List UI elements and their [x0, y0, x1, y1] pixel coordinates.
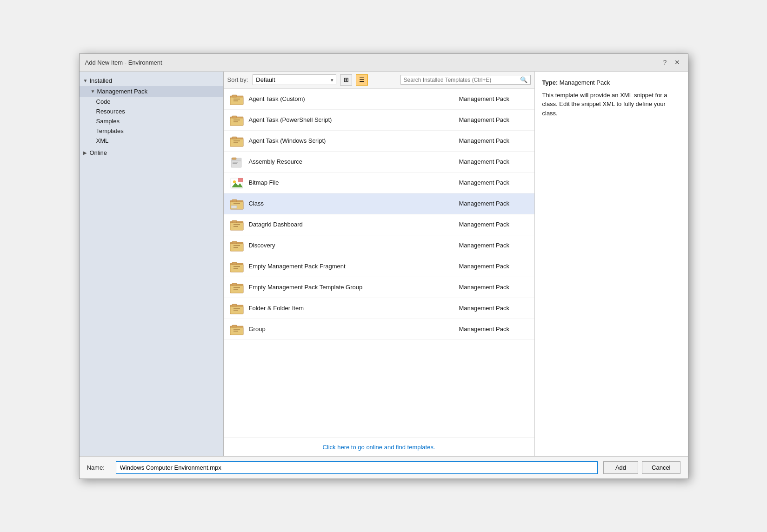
installed-arrow: ▼	[83, 78, 89, 83]
item-name: Group	[249, 326, 459, 332]
add-new-item-dialog: Add New Item - Environment ? ✕ ▼ Install…	[79, 53, 688, 479]
sidebar-online[interactable]: ▶ Online	[80, 147, 223, 158]
help-button[interactable]: ?	[660, 57, 670, 67]
list-item[interactable]: Empty Management Pack Template Group Man…	[224, 277, 534, 298]
list-item[interactable]: Assembly Resource Management Pack	[224, 152, 534, 173]
sort-select[interactable]: Default Name Type	[253, 74, 336, 85]
svg-rect-58	[233, 331, 238, 332]
svg-rect-27	[231, 206, 237, 208]
grid-view-button[interactable]: ⊞	[340, 74, 352, 86]
item-list: Agent Task (Custom) Management Pack	[224, 89, 534, 438]
item-type: Management Pack	[459, 284, 529, 291]
item-icon	[229, 113, 244, 127]
item-name: Agent Task (Custom)	[249, 95, 459, 102]
type-value: Management Pack	[560, 79, 610, 86]
list-item[interactable]: Agent Task (Windows Script) Management P…	[224, 131, 534, 152]
svg-rect-8	[233, 120, 240, 120]
xml-label: XML	[96, 137, 109, 144]
list-item[interactable]: Agent Task (Custom) Management Pack	[224, 89, 534, 110]
svg-rect-33	[233, 226, 238, 227]
samples-label: Samples	[96, 118, 120, 125]
item-icon	[229, 175, 244, 190]
list-item[interactable]: Empty Management Pack Fragment Managemen…	[224, 256, 534, 277]
add-button[interactable]: Add	[603, 461, 638, 474]
svg-rect-36	[232, 241, 237, 244]
svg-rect-18	[233, 162, 238, 163]
svg-rect-41	[232, 262, 237, 265]
svg-rect-2	[232, 95, 237, 97]
svg-rect-3	[233, 99, 240, 100]
type-label-text: Type:	[542, 79, 558, 86]
item-name: Empty Management Pack Template Group	[249, 284, 459, 291]
svg-rect-26	[232, 200, 237, 202]
svg-rect-52	[233, 308, 240, 309]
sidebar-child-templates[interactable]: Templates	[80, 126, 223, 136]
title-bar-controls: ? ✕	[660, 57, 682, 67]
svg-rect-9	[233, 121, 238, 122]
svg-rect-31	[232, 220, 237, 223]
item-icon	[229, 92, 244, 106]
item-icon	[229, 196, 244, 211]
list-item[interactable]: Folder & Folder Item Management Pack	[224, 298, 534, 319]
search-icon: 🔍	[520, 76, 527, 83]
installed-label: Installed	[90, 77, 112, 84]
online-link-section: Click here to go online and find templat…	[224, 438, 534, 456]
online-link[interactable]: Click here to go online and find templat…	[322, 444, 435, 451]
templates-label: Templates	[96, 127, 124, 134]
dialog-title: Add New Item - Environment	[85, 59, 162, 66]
svg-rect-16	[231, 160, 241, 161]
list-item[interactable]: Class Management Pack	[224, 193, 534, 214]
grid-view-icon: ⊞	[344, 76, 349, 83]
list-item[interactable]: Group Management Pack	[224, 319, 534, 340]
list-item[interactable]: Bitmap File Management Pack	[224, 173, 534, 193]
list-item[interactable]: Discovery Management Pack	[224, 235, 534, 256]
item-icon	[229, 217, 244, 232]
item-icon	[229, 280, 244, 295]
sort-by-label: Sort by:	[227, 76, 248, 83]
action-buttons: Add Cancel	[603, 461, 680, 474]
item-icon	[229, 259, 244, 274]
online-label: Online	[90, 149, 107, 156]
svg-rect-17	[232, 158, 236, 160]
item-type: Management Pack	[459, 179, 529, 186]
resources-label: Resources	[96, 108, 125, 115]
sidebar-installed[interactable]: ▼ Installed	[80, 75, 223, 86]
toolbar: Sort by: Default Name Type ⊞ ☰	[224, 72, 534, 89]
name-input[interactable]	[116, 461, 598, 474]
sidebar-child-code[interactable]: Code	[80, 97, 223, 106]
item-type: Management Pack	[459, 221, 529, 228]
type-description: This template will provide an XML snippe…	[542, 91, 680, 118]
sidebar-child-samples[interactable]: Samples	[80, 116, 223, 126]
svg-rect-12	[232, 137, 237, 139]
item-icon	[229, 154, 244, 169]
sidebar-management-pack[interactable]: ▼ Management Pack	[80, 86, 223, 97]
close-button[interactable]: ✕	[672, 57, 682, 67]
item-name: Class	[249, 200, 459, 207]
item-name: Folder & Folder Item	[249, 305, 459, 312]
item-name: Bitmap File	[249, 179, 459, 186]
list-view-button[interactable]: ☰	[356, 74, 368, 86]
item-type: Management Pack	[459, 137, 529, 144]
sidebar-child-resources[interactable]: Resources	[80, 106, 223, 116]
mp-arrow: ▼	[91, 89, 96, 94]
svg-rect-38	[233, 247, 238, 248]
svg-rect-14	[233, 142, 238, 143]
svg-rect-43	[233, 268, 238, 269]
item-name: Datagrid Dashboard	[249, 221, 459, 228]
list-item[interactable]: Datagrid Dashboard Management Pack	[224, 214, 534, 235]
sidebar-child-xml[interactable]: XML	[80, 136, 223, 146]
svg-rect-7	[232, 116, 237, 118]
svg-rect-37	[233, 245, 240, 246]
item-icon	[229, 238, 244, 253]
main-content: Sort by: Default Name Type ⊞ ☰	[224, 72, 534, 456]
list-view-icon: ☰	[359, 76, 365, 83]
svg-rect-13	[233, 140, 240, 141]
svg-rect-53	[233, 310, 238, 311]
list-item[interactable]: Agent Task (PowerShell Script) Managemen…	[224, 110, 534, 131]
type-header: Type: Management Pack	[542, 79, 680, 86]
cancel-button[interactable]: Cancel	[642, 461, 680, 474]
bottom-bar: Name: Add Cancel	[80, 456, 688, 479]
svg-rect-56	[232, 325, 237, 327]
dialog-body: ▼ Installed ▼ Management Pack Code Resou…	[80, 72, 688, 456]
search-input[interactable]	[404, 77, 520, 83]
